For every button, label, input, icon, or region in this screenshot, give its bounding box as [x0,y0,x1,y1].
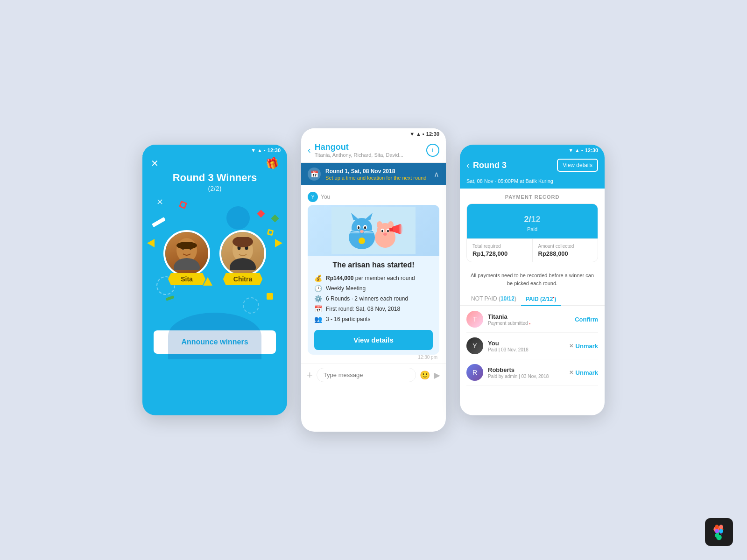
view-details-outline-button[interactable]: View details [557,159,598,172]
round-banner-chevron[interactable]: ∧ [434,170,439,179]
message-input[interactable] [317,368,416,382]
deco-x1: ✕ [156,197,163,207]
svg-point-24 [359,238,365,244]
svg-rect-38 [715,525,719,529]
svg-point-32 [387,230,389,232]
svg-rect-41 [715,533,719,538]
winner-banner-2: Chitra [223,273,262,285]
svg-rect-40 [715,529,719,533]
paid-tab[interactable]: PAID (2/12•) [521,293,561,306]
phone1-header: ✕ 🎁 [142,156,287,170]
not-paid-tab[interactable]: NOT PAID (10/12) [466,293,521,306]
amount-collected-stat: Amount collected Rp288,000 [533,239,598,262]
status-bar-phone2: ▼ ▲ ▪ 12:30 [301,128,446,140]
payer-name-you: You [488,340,564,347]
network-icon: ▲ [257,147,262,153]
send-button[interactable]: ▶ [434,370,440,380]
time-phone1: 12:30 [268,147,281,153]
back-button-p3[interactable]: ‹ [466,161,469,170]
winner-circle-1 [163,230,210,277]
gift-icon: 🎁 [265,156,280,171]
payment-card-top: 2/12 Paid [467,204,598,238]
signal-icon-p3: ▼ [568,147,573,153]
figma-logo-svg [711,524,727,540]
deco-sq2 [267,229,274,236]
add-button[interactable]: + [307,369,313,381]
round-banner-sub: Set up a time and location for the next … [325,175,426,181]
payer-avatar-titania: T [466,311,483,328]
money-icon: 💰 [314,274,322,282]
round-banner: 📅 Round 1, Sat, 08 Nov 2018 Set up a tim… [301,163,446,185]
phone-payment: ▼ ▲ ▪ 12:30 ‹ Round 3 View details Sat, … [460,145,605,415]
winner-circle-2 [219,230,266,277]
svg-point-12 [352,218,372,238]
chat-avatar-you: Y [308,192,318,202]
calendar-icon: 📅 [314,305,322,313]
status-bar-phone1: ▼ ▲ ▪ 12:30 [142,145,287,156]
time-phone3: 12:30 [585,147,598,153]
chat-input-bar: + 🙂 ▶ [301,364,446,386]
battery-icon-p3: ▪ [581,147,583,153]
detail-1: 💰 Rp144,000 per member each round [308,273,439,283]
close-button[interactable]: ✕ [151,158,159,169]
status-bar-phone3: ▼ ▲ ▪ 12:30 [460,145,605,156]
svg-point-42 [719,529,723,533]
phone-hangout: ▼ ▲ ▪ 12:30 ‹ Hangout Titania, Anthony, … [301,128,446,432]
payment-content: PAYMENT RECORD 2/12 Paid Total required … [460,189,605,386]
payment-warning: All payments need to be recorded before … [460,268,605,293]
signal-icon-p2: ▼ [409,131,415,137]
detail-4: 📅 First round: Sat, 08 Nov, 2018 [308,304,439,314]
payment-fraction: 2/12 [473,210,591,225]
payer-sub-you: Paid | 03 Nov, 2018 [488,347,564,352]
figma-icon [705,518,733,546]
winners-subtitle: (2/2) [142,185,287,192]
payment-tabs: NOT PAID (10/12) PAID (2/12•) [460,293,605,306]
round3-subtitle: Sat, 08 Nov - 05:00PM at Batik Kuring [460,178,605,189]
svg-point-33 [383,233,387,236]
svg-point-27 [377,221,382,229]
info-button[interactable]: i [426,144,439,157]
phone-winners: ▼ ▲ ▪ 12:30 ✕ 🎁 Round 3 Winners (2/2) ✕ [142,145,287,415]
deco-diamond2 [271,215,279,223]
round3-header: ‹ Round 3 View details [460,156,605,178]
arisan-svg [331,207,416,254]
chat-sender-name: You [321,194,330,200]
battery-icon: ▪ [264,147,266,153]
winners-title: Round 3 Winners [142,172,287,184]
hangout-title: Hangout [315,142,426,152]
unmark-button-robberts[interactable]: ✕ Unmark [569,369,598,376]
time-phone2: 12:30 [426,131,439,137]
clock-icon: 🕐 [314,285,322,292]
deco-ring1 [163,230,210,277]
payer-avatar-you: Y [466,337,483,354]
deco-ring2 [219,230,266,277]
payment-section-label: PAYMENT RECORD [460,189,605,203]
confirm-button-titania[interactable]: Confirm [575,316,598,323]
payment-card-bottom: Total required Rp1,728,000 Amount collec… [467,238,598,262]
network-icon-p2: ▲ [416,131,421,137]
view-details-button[interactable]: View details [314,330,433,350]
payer-sub-titania: Payment submitted • [488,321,570,326]
chat-scroll-area: Y You [301,185,446,364]
back-button-p2[interactable]: ‹ [308,145,311,155]
unmark-button-you[interactable]: ✕ Unmark [569,343,598,350]
payment-paid-label: Paid [473,226,591,232]
payer-name-titania: Titania [488,313,570,320]
deco-bg-circle [168,313,261,359]
chat-area: Y You [301,185,446,364]
chat-timestamp: 12:30 pm [308,355,439,364]
payer-sub-robberts: Paid by admin | 03 Nov, 2018 [488,374,564,379]
winners-area: ✕ [142,192,287,323]
winner-card-2: Chitra [219,230,266,285]
emoji-button[interactable]: 🙂 [420,370,430,380]
detail-2: 🕐 Weekly Meeting [308,283,439,294]
payer-name-robberts: Robberts [488,366,564,373]
deco-sq3 [267,293,273,300]
payer-item-robberts: R Robberts Paid by admin | 03 Nov, 2018 … [466,359,598,386]
chat-sender: Y You [308,192,439,202]
arisan-card-title: The arisan has started! [308,256,439,273]
deco-diamond1 [257,210,265,218]
deco-rect1 [152,217,166,227]
signal-icon: ▼ [251,147,256,153]
deco-sq1 [179,201,187,209]
